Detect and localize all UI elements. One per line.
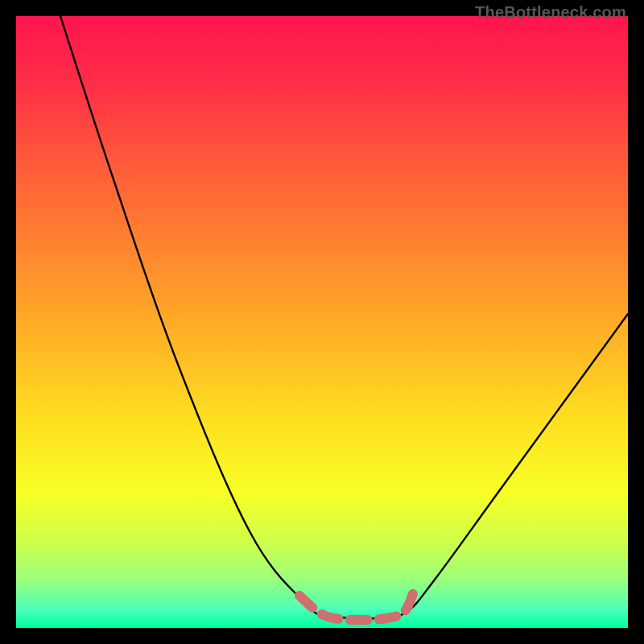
chart-frame: TheBottleneck.com: [0, 0, 644, 644]
bottleneck-curve: [16, 16, 628, 628]
attribution-text: TheBottleneck.com: [475, 3, 626, 22]
plot-area: [16, 16, 628, 628]
